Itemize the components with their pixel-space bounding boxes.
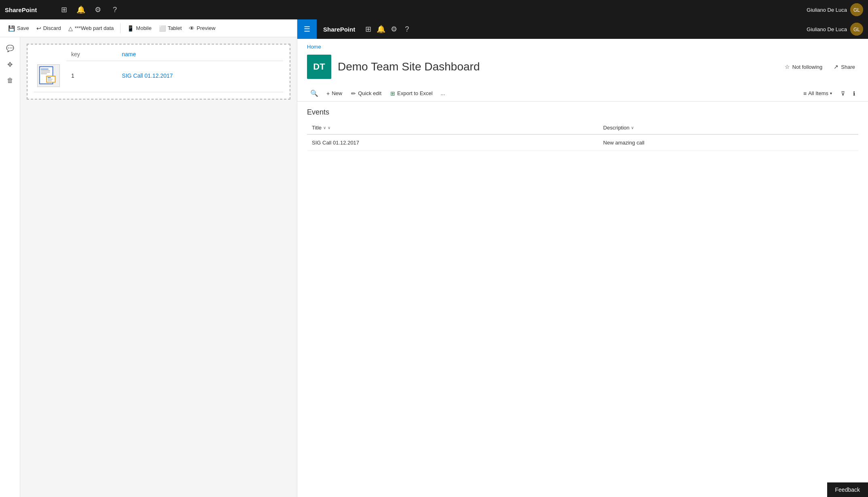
all-items-button[interactable]: ≡ All Items ▾ (799, 88, 836, 99)
help-icon-right[interactable]: ? (400, 23, 413, 36)
preview-icon: 👁 (189, 25, 195, 32)
help-icon-left[interactable]: ? (108, 3, 121, 16)
events-table: Title ∨ Description ∨ (307, 121, 858, 151)
event-row: SIG Call 01.12.2017 New amazing call (307, 134, 858, 151)
right-panel: ☰ SharePoint ⊞ 🔔 ⚙ ? Giuliano De Luca GL (297, 19, 868, 497)
svg-rect-6 (41, 70, 50, 71)
sp-top-nav: ☰ SharePoint ⊞ 🔔 ⚙ ? Giuliano De Luca GL (297, 19, 868, 39)
key-cell: 1 (66, 61, 117, 90)
new-button[interactable]: + New (322, 88, 346, 99)
info-icon: ℹ (853, 90, 855, 97)
avatar-left: GL (850, 3, 863, 16)
web-part-frame: key name (27, 44, 290, 100)
svg-rect-8 (41, 73, 47, 74)
filter-button[interactable]: ⊽ (838, 88, 848, 99)
svg-rect-11 (48, 77, 51, 78)
tablet-icon: ⬜ (159, 25, 166, 32)
bell-icon-left[interactable]: 🔔 (74, 3, 87, 16)
site-title: Demo Team Site Dashboard (338, 60, 480, 73)
toolbar-right: ≡ All Items ▾ ⊽ ℹ (799, 88, 858, 99)
document-thumbnail (37, 64, 60, 87)
name-cell[interactable]: SIG Call 01.12.2017 (117, 61, 283, 90)
svg-rect-7 (41, 72, 50, 72)
more-actions-button[interactable]: ... (437, 88, 448, 99)
not-following-button[interactable]: ☆ Not following (781, 61, 826, 72)
move-tool-icon[interactable]: ✥ (4, 58, 16, 70)
discard-icon: ↩ (36, 25, 41, 32)
comment-tool-icon[interactable]: 💬 (4, 42, 16, 54)
svg-rect-5 (41, 68, 49, 69)
left-brand: SharePoint (5, 6, 53, 13)
editor-canvas: 💬 ✥ 🗑 key name (0, 37, 297, 497)
col-key: key (66, 48, 117, 61)
mobile-icon: 📱 (127, 25, 134, 32)
info-button[interactable]: ℹ (850, 88, 858, 99)
share-icon: ↗ (834, 64, 838, 70)
svg-text:GL: GL (853, 27, 860, 32)
col-name: name (117, 48, 283, 61)
table-row: 1 SIG Call 01.12.2017 (34, 61, 283, 90)
delete-tool-icon[interactable]: 🗑 (4, 74, 16, 87)
preview-button[interactable]: 👁 Preview (186, 23, 218, 34)
save-button[interactable]: 💾 Save (5, 23, 32, 34)
user-area-left[interactable]: Giuliano De Luca GL (807, 3, 863, 16)
grid-icon-left[interactable]: ⊞ (57, 3, 70, 16)
events-section: Events Title ∨ De (297, 102, 868, 157)
thumbnail-cell (34, 61, 66, 90)
gear-icon-left[interactable]: ⚙ (91, 3, 104, 16)
breadcrumb[interactable]: Home (297, 39, 868, 51)
hamburger-icon: ☰ (304, 25, 310, 34)
event-description-cell: New amazing call (598, 134, 858, 151)
bell-icon-right[interactable]: 🔔 (375, 23, 387, 36)
table-footer-line (34, 92, 283, 92)
data-table: key name (34, 48, 283, 90)
avatar-right: GL (850, 23, 863, 36)
hamburger-button[interactable]: ☰ (297, 19, 317, 39)
events-title: Events (307, 108, 858, 117)
list-icon: ≡ (803, 90, 807, 97)
user-name-right: Giuliano De Luca (807, 26, 847, 32)
svg-rect-13 (48, 80, 52, 81)
event-title-cell[interactable]: SIG Call 01.12.2017 (307, 134, 598, 151)
discard-button[interactable]: ↩ Discard (33, 23, 64, 34)
list-toolbar: 🔍 + New ✏ Quick edit ⊞ Export to Excel .… (297, 85, 868, 102)
star-icon: ☆ (785, 64, 790, 70)
sp-brand-right: SharePoint (317, 26, 362, 33)
user-area-right[interactable]: Giuliano De Luca GL (807, 23, 868, 36)
svg-rect-12 (48, 79, 53, 79)
filter-icon: ⊽ (841, 90, 845, 97)
dropdown-icon: ▾ (830, 91, 832, 96)
grid-icon-right[interactable]: ⊞ (362, 23, 375, 36)
col-thumbnail (34, 48, 66, 61)
export-excel-button[interactable]: ⊞ Export to Excel (386, 88, 436, 99)
save-icon: 💾 (8, 25, 15, 32)
canvas-content: key name (20, 37, 297, 497)
side-tools: 💬 ✥ 🗑 (0, 37, 20, 497)
feedback-button[interactable]: Feedback (827, 482, 868, 497)
toolbar-divider-1 (120, 23, 121, 33)
desc-sort-icon: ∨ (631, 125, 634, 130)
site-logo: DT (307, 55, 331, 79)
edit-icon: ✏ (351, 90, 356, 97)
share-button[interactable]: ↗ Share (830, 61, 858, 72)
left-panel: 💾 Save ↩ Discard △ ***Web part data 📱 Mo… (0, 19, 297, 497)
gear-icon-right[interactable]: ⚙ (387, 23, 400, 36)
search-icon: 🔍 (310, 89, 318, 97)
editor-toolbar: 💾 Save ↩ Discard △ ***Web part data 📱 Mo… (0, 19, 297, 37)
title-col-header[interactable]: Title ∨ (307, 121, 598, 134)
tablet-button[interactable]: ⬜ Tablet (156, 23, 185, 34)
site-actions: ☆ Not following ↗ Share (781, 61, 858, 72)
title-sort-icon: ∨ (323, 125, 326, 130)
excel-icon: ⊞ (390, 90, 395, 97)
warning-icon: △ (68, 25, 73, 32)
quick-edit-button[interactable]: ✏ Quick edit (347, 88, 385, 99)
svg-text:GL: GL (853, 7, 860, 13)
description-col-header[interactable]: Description ∨ (598, 121, 858, 134)
site-header: DT Demo Team Site Dashboard ☆ Not follow… (297, 51, 868, 85)
user-name-left: Giuliano De Luca (807, 7, 847, 13)
sp-content: Home DT Demo Team Site Dashboard ☆ Not f… (297, 39, 868, 497)
search-button[interactable]: 🔍 (307, 87, 322, 100)
mobile-button[interactable]: 📱 Mobile (124, 23, 155, 34)
webpart-data-button[interactable]: △ ***Web part data (65, 23, 117, 34)
plus-icon: + (326, 90, 330, 97)
